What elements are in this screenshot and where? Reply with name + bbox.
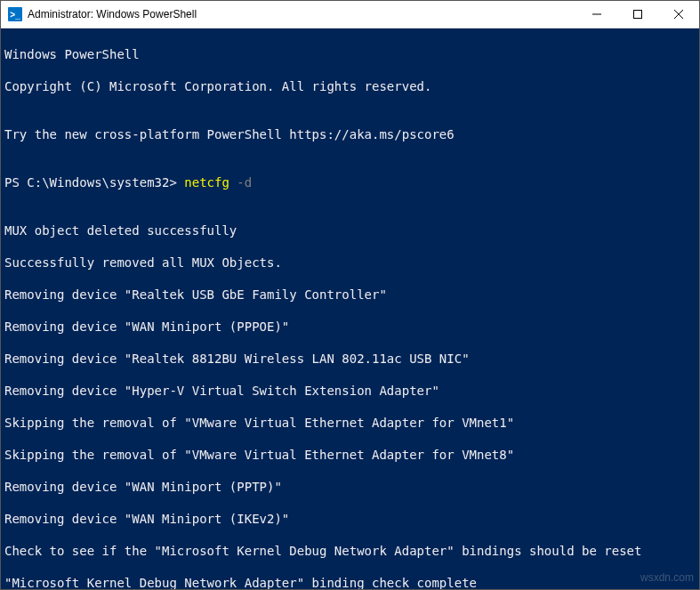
output-line: Removing device "WAN Miniport (PPPOE)" [4, 319, 696, 335]
output-line: Skipping the removal of "VMware Virtual … [4, 447, 696, 463]
prompt-line: PS C:\Windows\system32> netcfg -d [4, 174, 696, 190]
window-controls [576, 1, 699, 28]
powershell-icon: >_ [8, 7, 22, 21]
close-icon [674, 10, 683, 19]
output-line: Copyright (C) Microsoft Corporation. All… [4, 78, 696, 94]
command-arg: -d [229, 175, 252, 190]
minimize-icon [592, 10, 601, 19]
output-line: MUX object deleted successfully [4, 222, 696, 238]
output-line: Removing device "WAN Miniport (IKEv2)" [4, 511, 696, 527]
output-line: Removing device "Realtek 8812BU Wireless… [4, 351, 696, 367]
powershell-window: >_ Administrator: Windows PowerShell Win… [0, 0, 700, 590]
close-button[interactable] [658, 1, 699, 28]
output-line: Check to see if the "Microsoft Kernel De… [4, 543, 696, 559]
output-line: Successfully removed all MUX Objects. [4, 255, 696, 271]
output-line: "Microsoft Kernel Debug Network Adapter"… [4, 575, 696, 589]
output-line: Windows PowerShell [4, 46, 696, 62]
titlebar[interactable]: >_ Administrator: Windows PowerShell [1, 1, 699, 28]
window-title: Administrator: Windows PowerShell [28, 8, 576, 20]
output-line: Removing device "Realtek USB GbE Family … [4, 287, 696, 303]
svg-rect-1 [634, 11, 642, 19]
maximize-icon [633, 10, 642, 19]
command-text: netcfg [184, 175, 229, 190]
output-line: Removing device "Hyper-V Virtual Switch … [4, 383, 696, 399]
minimize-button[interactable] [576, 1, 617, 28]
output-line: Try the new cross-platform PowerShell ht… [4, 126, 696, 142]
prompt-path: PS C:\Windows\system32> [4, 175, 184, 190]
watermark: wsxdn.com [640, 570, 694, 586]
terminal-area[interactable]: Windows PowerShell Copyright (C) Microso… [1, 28, 699, 589]
maximize-button[interactable] [617, 1, 658, 28]
output-line: Removing device "WAN Miniport (PPTP)" [4, 479, 696, 495]
output-line: Skipping the removal of "VMware Virtual … [4, 415, 696, 431]
